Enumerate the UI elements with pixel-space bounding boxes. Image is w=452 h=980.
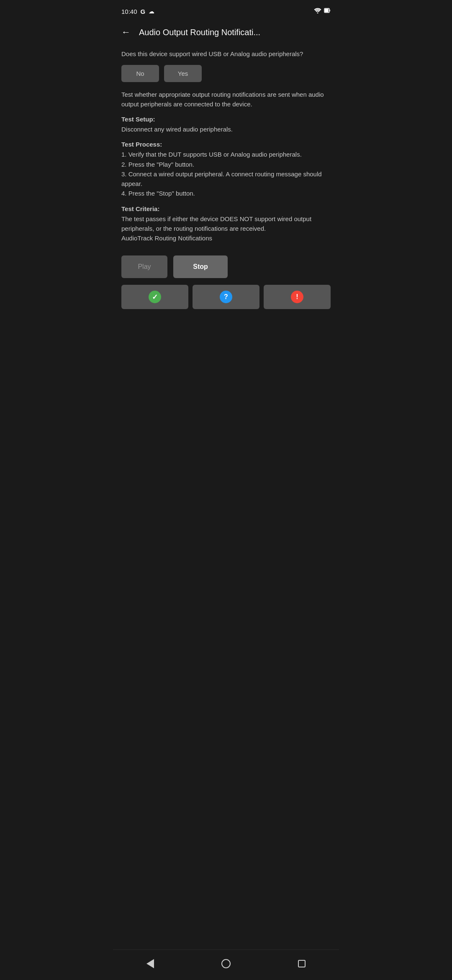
fail-icon [291, 291, 303, 303]
no-button[interactable]: No [121, 65, 159, 82]
svg-rect-3 [325, 9, 329, 12]
fail-button[interactable] [264, 285, 331, 309]
test-process-header: Test Process: [121, 141, 331, 148]
question-text: Does this device support wired USB or An… [121, 49, 331, 59]
main-content: Does this device support wired USB or An… [113, 46, 339, 326]
google-icon: G [141, 8, 146, 15]
pass-icon [149, 291, 161, 303]
cloud-icon: ☁ [149, 8, 154, 15]
test-setup-body: Disconnect any wired audio peripherals. [121, 124, 331, 134]
play-stop-row: Play Stop [121, 255, 331, 278]
info-button[interactable] [193, 285, 259, 309]
battery-icon [324, 7, 331, 15]
yes-no-button-group: No Yes [121, 65, 331, 82]
svg-rect-2 [330, 10, 331, 11]
status-left: 10:40 G ☁ [121, 8, 154, 15]
svg-point-0 [317, 13, 318, 14]
pass-button[interactable] [121, 285, 188, 309]
time-display: 10:40 [121, 8, 137, 15]
wifi-icon [314, 8, 321, 15]
info-icon [220, 291, 232, 303]
back-button[interactable]: ← [120, 25, 132, 39]
yes-button[interactable]: Yes [164, 65, 202, 82]
test-criteria-body: The test passes if either the device DOE… [121, 214, 331, 243]
test-criteria-header: Test Criteria: [121, 205, 331, 212]
page-title: Audio Output Routing Notificati... [139, 28, 331, 37]
status-right [314, 7, 331, 15]
description-text: Test whether appropriate output routing … [121, 90, 331, 109]
play-button[interactable]: Play [121, 255, 167, 278]
status-bar: 10:40 G ☁ [113, 0, 339, 21]
test-setup-header: Test Setup: [121, 116, 331, 123]
result-button-group [121, 285, 331, 309]
page-header: ← Audio Output Routing Notificati... [113, 21, 339, 46]
stop-button[interactable]: Stop [173, 255, 228, 278]
test-process-body: 1. Verify that the DUT supports USB or A… [121, 150, 331, 198]
